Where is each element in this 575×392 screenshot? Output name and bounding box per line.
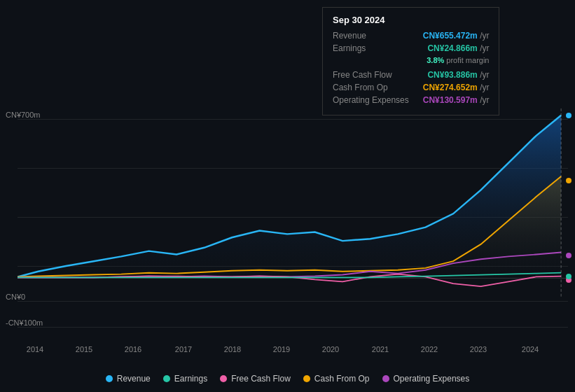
tooltip-cashop-row: Cash From Op CN¥274.652m /yr	[333, 83, 489, 92]
opex-legend-label: Operating Expenses	[394, 374, 470, 384]
tooltip-opex-row: Operating Expenses CN¥130.597m /yr	[333, 95, 489, 105]
tooltip-earnings-row: Earnings CN¥24.866m /yr	[333, 43, 489, 53]
tooltip-fcf-row: Free Cash Flow CN¥93.886m /yr	[333, 70, 489, 80]
revenue-value: CN¥655.472m /yr	[423, 31, 490, 41]
earnings-edge-dot	[566, 274, 571, 279]
fcf-legend-dot	[220, 375, 227, 382]
legend-revenue: Revenue	[106, 374, 151, 384]
earnings-label: Earnings	[333, 43, 366, 53]
chart-container: Sep 30 2024 Revenue CN¥655.472m /yr Earn…	[0, 0, 575, 392]
fcf-legend-label: Free Cash Flow	[231, 374, 291, 384]
x-label-2023: 2023	[470, 345, 487, 354]
tooltip-revenue-row: Revenue CN¥655.472m /yr	[333, 31, 489, 41]
chart-svg	[18, 108, 568, 332]
tooltip-date: Sep 30 2024	[333, 15, 489, 25]
legend-earnings: Earnings	[163, 374, 207, 384]
legend-opex: Operating Expenses	[382, 374, 470, 384]
x-label-2021: 2021	[372, 345, 389, 354]
x-label-2020: 2020	[322, 345, 339, 354]
cashop-legend-label: Cash From Op	[314, 374, 370, 384]
opex-legend-dot	[382, 375, 389, 382]
chart-legend: Revenue Earnings Free Cash Flow Cash Fro…	[0, 374, 575, 384]
x-label-2015: 2015	[76, 345, 92, 354]
opex-edge-dot	[566, 253, 571, 258]
x-label-2014: 2014	[27, 345, 43, 354]
earnings-legend-dot	[163, 375, 170, 382]
x-label-2022: 2022	[421, 345, 438, 354]
x-label-2017: 2017	[175, 345, 192, 354]
cashop-edge-dot	[566, 178, 571, 183]
profit-margin-text: 3.8% profit margin	[427, 56, 489, 64]
revenue-legend-label: Revenue	[117, 374, 151, 384]
x-label-2016: 2016	[125, 345, 141, 354]
fcf-label: Free Cash Flow	[333, 70, 392, 80]
revenue-label: Revenue	[333, 31, 366, 41]
earnings-value: CN¥24.866m /yr	[427, 43, 489, 53]
cashop-legend-dot	[303, 375, 310, 382]
earnings-legend-label: Earnings	[174, 374, 207, 384]
x-label-2018: 2018	[224, 345, 241, 354]
fcf-value: CN¥93.886m /yr	[427, 70, 489, 80]
opex-label: Operating Expenses	[333, 95, 409, 105]
legend-cashop: Cash From Op	[303, 374, 370, 384]
x-label-2024: 2024	[522, 345, 539, 354]
revenue-legend-dot	[106, 375, 113, 382]
cashop-label: Cash From Op	[333, 83, 388, 92]
revenue-edge-dot	[566, 113, 571, 118]
legend-fcf: Free Cash Flow	[220, 374, 291, 384]
cashop-value: CN¥274.652m /yr	[423, 83, 490, 92]
x-label-2019: 2019	[273, 345, 290, 354]
tooltip: Sep 30 2024 Revenue CN¥655.472m /yr Earn…	[322, 7, 499, 115]
opex-value: CN¥130.597m /yr	[423, 95, 490, 105]
